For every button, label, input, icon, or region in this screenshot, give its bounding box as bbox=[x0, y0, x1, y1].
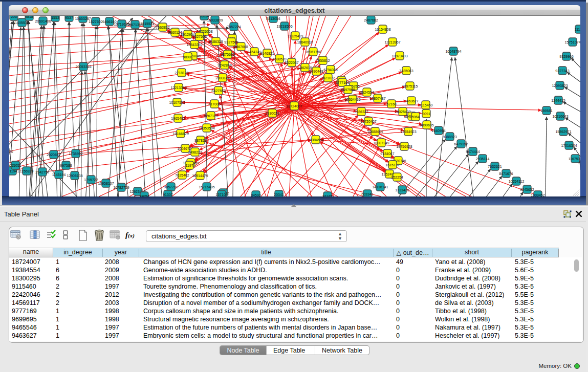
svg-text:7955812: 7955812 bbox=[316, 59, 330, 62]
svg-text:16648794: 16648794 bbox=[445, 50, 461, 53]
svg-text:2935114: 2935114 bbox=[476, 157, 490, 161]
svg-text:2930023: 2930023 bbox=[265, 112, 279, 115]
svg-text:1197: 1197 bbox=[185, 164, 193, 167]
svg-text:2803144: 2803144 bbox=[215, 76, 229, 80]
svg-text:9146821: 9146821 bbox=[260, 52, 274, 55]
svg-text:12975115: 12975115 bbox=[402, 84, 418, 88]
svg-text:9329966: 9329966 bbox=[559, 55, 573, 58]
svg-text:7857224: 7857224 bbox=[227, 25, 241, 29]
svg-text:1735992: 1735992 bbox=[69, 152, 82, 156]
svg-text:10973493: 10973493 bbox=[391, 54, 407, 58]
svg-text:7663822: 7663822 bbox=[156, 26, 169, 29]
svg-text:603341: 603341 bbox=[361, 192, 373, 196]
svg-text:18640910: 18640910 bbox=[297, 40, 313, 44]
svg-text:19384554: 19384554 bbox=[308, 138, 323, 142]
svg-text:1156829: 1156829 bbox=[20, 169, 34, 173]
svg-text:9091: 9091 bbox=[422, 112, 430, 116]
svg-text:7986322: 7986322 bbox=[354, 110, 368, 114]
svg-text:7632621: 7632621 bbox=[488, 165, 502, 168]
svg-text:2020657: 2020657 bbox=[47, 153, 60, 157]
svg-text:11123: 11123 bbox=[575, 28, 580, 31]
svg-text:10654112: 10654112 bbox=[509, 180, 525, 183]
svg-text:14136141: 14136141 bbox=[372, 185, 388, 189]
svg-text:33054: 33054 bbox=[139, 194, 149, 197]
svg-text:62160: 62160 bbox=[386, 102, 397, 106]
svg-text:15720407: 15720407 bbox=[360, 120, 376, 123]
svg-text:9899695: 9899695 bbox=[420, 123, 433, 127]
svg-text:1733426: 1733426 bbox=[395, 188, 409, 192]
svg-text:16154808: 16154808 bbox=[375, 28, 390, 31]
svg-text:17016504: 17016504 bbox=[561, 144, 577, 147]
svg-text:2867608: 2867608 bbox=[234, 45, 248, 49]
svg-text:11325419: 11325419 bbox=[288, 34, 303, 38]
svg-text:3498222: 3498222 bbox=[188, 150, 202, 154]
svg-text:20053346: 20053346 bbox=[75, 65, 91, 69]
svg-text:84593: 84593 bbox=[251, 193, 261, 197]
svg-text:5964: 5964 bbox=[411, 115, 420, 119]
svg-text:6794028: 6794028 bbox=[323, 68, 337, 72]
svg-text:2487682: 2487682 bbox=[364, 18, 378, 22]
svg-text:997588: 997588 bbox=[60, 164, 72, 167]
svg-text:91245: 91245 bbox=[322, 194, 333, 197]
svg-text:98901: 98901 bbox=[183, 55, 193, 59]
svg-text:16961758: 16961758 bbox=[305, 50, 321, 54]
svg-text:8990448: 8990448 bbox=[309, 70, 323, 73]
svg-text:9474444: 9474444 bbox=[466, 150, 480, 154]
svg-text:9537: 9537 bbox=[65, 16, 73, 19]
svg-text:20341: 20341 bbox=[274, 193, 284, 196]
svg-text:15892971: 15892971 bbox=[555, 130, 571, 134]
svg-text:2942757: 2942757 bbox=[35, 170, 49, 174]
svg-text:9327506: 9327506 bbox=[192, 35, 206, 38]
svg-text:10807487: 10807487 bbox=[369, 97, 385, 100]
svg-text:12093823: 12093823 bbox=[552, 84, 568, 87]
svg-text:3624554: 3624554 bbox=[360, 91, 374, 94]
svg-text:15751074: 15751074 bbox=[564, 40, 580, 44]
svg-text:1553: 1553 bbox=[51, 16, 59, 19]
svg-text:12905135: 12905135 bbox=[67, 174, 82, 178]
svg-text:16033809: 16033809 bbox=[207, 18, 223, 22]
svg-text:7515524: 7515524 bbox=[140, 22, 154, 26]
svg-text:16210643: 16210643 bbox=[552, 115, 568, 118]
svg-text:655051: 655051 bbox=[9, 164, 21, 167]
svg-text:9857791: 9857791 bbox=[164, 185, 178, 189]
svg-text:1621072: 1621072 bbox=[321, 76, 335, 80]
svg-text:10958107: 10958107 bbox=[98, 182, 114, 185]
svg-text:9327508: 9327508 bbox=[224, 40, 238, 44]
svg-text:1795722: 1795722 bbox=[84, 178, 98, 182]
svg-text:8186328: 8186328 bbox=[209, 40, 223, 43]
svg-text:9242848: 9242848 bbox=[217, 63, 231, 67]
svg-text:17654923: 17654923 bbox=[400, 130, 416, 134]
svg-text:16914479: 16914479 bbox=[192, 174, 208, 178]
svg-text:9388923: 9388923 bbox=[443, 135, 456, 139]
svg-text:9777169: 9777169 bbox=[335, 81, 349, 84]
svg-text:16054: 16054 bbox=[199, 16, 209, 18]
svg-text:1588520: 1588520 bbox=[272, 57, 286, 61]
svg-text:3875685: 3875685 bbox=[221, 53, 234, 56]
svg-text:9463627: 9463627 bbox=[404, 99, 418, 103]
svg-text:203: 203 bbox=[11, 16, 17, 18]
svg-text:10688609: 10688609 bbox=[367, 130, 383, 134]
svg-text:252254: 252254 bbox=[391, 176, 403, 179]
svg-text:9115460: 9115460 bbox=[419, 103, 433, 107]
svg-text:26269520: 26269520 bbox=[9, 150, 13, 154]
svg-text:1244415: 1244415 bbox=[551, 99, 565, 102]
svg-text:12213967: 12213967 bbox=[384, 40, 400, 44]
svg-text:18353594: 18353594 bbox=[199, 126, 214, 130]
svg-text:8322037: 8322037 bbox=[285, 61, 298, 64]
svg-text:12213363: 12213363 bbox=[170, 86, 186, 90]
svg-text:19218506: 19218506 bbox=[276, 25, 292, 28]
svg-text:1405572: 1405572 bbox=[15, 21, 29, 25]
svg-text:1615132: 1615132 bbox=[385, 163, 399, 167]
svg-text:157104: 157104 bbox=[215, 193, 227, 196]
svg-text:20364436: 20364436 bbox=[344, 98, 360, 101]
svg-text:8813054: 8813054 bbox=[266, 17, 280, 20]
svg-text:10107552: 10107552 bbox=[169, 101, 185, 104]
svg-text:16782759: 16782759 bbox=[113, 186, 129, 189]
svg-text:1009452: 1009452 bbox=[531, 193, 545, 197]
svg-text:417006: 417006 bbox=[208, 102, 220, 106]
svg-text:6479197: 6479197 bbox=[454, 142, 468, 146]
svg-text:8471676: 8471676 bbox=[499, 172, 513, 176]
svg-text:91307: 91307 bbox=[163, 193, 173, 196]
svg-text:2718126: 2718126 bbox=[175, 71, 188, 75]
svg-text:10543392: 10543392 bbox=[186, 43, 202, 47]
